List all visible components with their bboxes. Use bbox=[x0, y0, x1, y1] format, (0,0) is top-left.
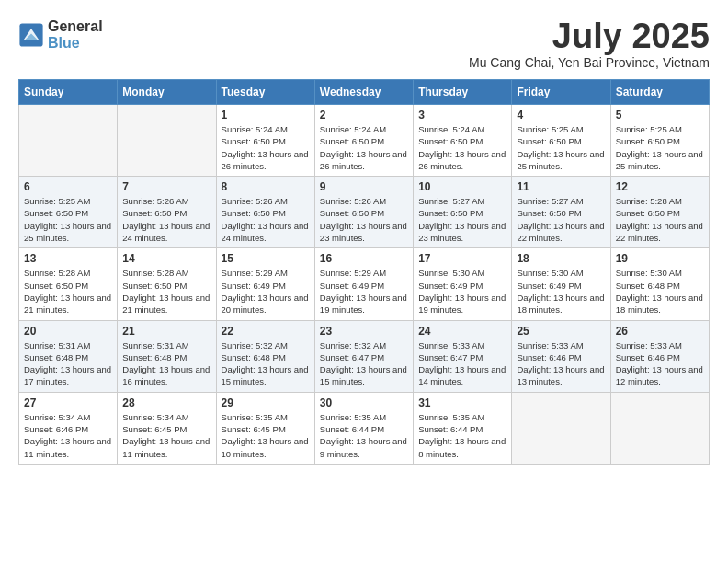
day-number: 26 bbox=[616, 325, 704, 338]
calendar-day-cell: 18Sunrise: 5:30 AMSunset: 6:49 PMDayligh… bbox=[512, 248, 610, 320]
calendar-day-cell: 28Sunrise: 5:34 AMSunset: 6:45 PMDayligh… bbox=[118, 392, 216, 464]
calendar-header-row: SundayMondayTuesdayWednesdayThursdayFrid… bbox=[19, 80, 710, 105]
day-info: Sunrise: 5:26 AMSunset: 6:50 PMDaylight:… bbox=[320, 195, 408, 244]
day-number: 18 bbox=[517, 252, 605, 265]
day-info: Sunrise: 5:25 AMSunset: 6:50 PMDaylight:… bbox=[616, 123, 704, 172]
logo: General Blue bbox=[18, 18, 103, 51]
calendar-day-cell: 19Sunrise: 5:30 AMSunset: 6:48 PMDayligh… bbox=[610, 248, 709, 320]
calendar-week-row: 1Sunrise: 5:24 AMSunset: 6:50 PMDaylight… bbox=[19, 105, 710, 177]
day-number: 6 bbox=[24, 180, 112, 193]
day-header-friday: Friday bbox=[512, 80, 610, 105]
day-number: 12 bbox=[616, 180, 704, 193]
location-subtitle: Mu Cang Chai, Yen Bai Province, Vietnam bbox=[469, 55, 710, 70]
day-number: 4 bbox=[517, 109, 605, 121]
day-info: Sunrise: 5:33 AMSunset: 6:46 PMDaylight:… bbox=[517, 339, 605, 388]
day-info: Sunrise: 5:34 AMSunset: 6:46 PMDaylight:… bbox=[24, 411, 112, 460]
calendar-day-cell: 11Sunrise: 5:27 AMSunset: 6:50 PMDayligh… bbox=[512, 177, 610, 248]
day-header-thursday: Thursday bbox=[414, 80, 512, 105]
day-info: Sunrise: 5:24 AMSunset: 6:50 PMDaylight:… bbox=[222, 123, 310, 172]
calendar-day-cell: 3Sunrise: 5:24 AMSunset: 6:50 PMDaylight… bbox=[414, 105, 512, 177]
calendar-week-row: 27Sunrise: 5:34 AMSunset: 6:46 PMDayligh… bbox=[19, 392, 710, 464]
day-number: 17 bbox=[418, 252, 506, 265]
calendar-day-cell: 5Sunrise: 5:25 AMSunset: 6:50 PMDaylight… bbox=[610, 105, 709, 177]
calendar-week-row: 6Sunrise: 5:25 AMSunset: 6:50 PMDaylight… bbox=[19, 177, 710, 248]
logo-icon bbox=[18, 22, 44, 48]
day-header-wednesday: Wednesday bbox=[314, 80, 413, 105]
day-info: Sunrise: 5:35 AMSunset: 6:44 PMDaylight:… bbox=[320, 411, 408, 460]
day-info: Sunrise: 5:25 AMSunset: 6:50 PMDaylight:… bbox=[24, 195, 112, 244]
day-number: 24 bbox=[418, 325, 506, 338]
day-number: 28 bbox=[122, 396, 210, 409]
day-number: 30 bbox=[320, 396, 408, 409]
day-number: 25 bbox=[517, 325, 605, 338]
day-info: Sunrise: 5:28 AMSunset: 6:50 PMDaylight:… bbox=[122, 267, 210, 316]
day-header-sunday: Sunday bbox=[19, 80, 118, 105]
logo-text: General Blue bbox=[48, 18, 103, 51]
day-number: 15 bbox=[222, 252, 310, 265]
calendar-day-cell: 21Sunrise: 5:31 AMSunset: 6:48 PMDayligh… bbox=[118, 320, 216, 392]
calendar-day-cell: 15Sunrise: 5:29 AMSunset: 6:49 PMDayligh… bbox=[216, 248, 314, 320]
day-info: Sunrise: 5:35 AMSunset: 6:44 PMDaylight:… bbox=[418, 411, 506, 460]
day-header-monday: Monday bbox=[118, 80, 216, 105]
calendar-day-cell: 12Sunrise: 5:28 AMSunset: 6:50 PMDayligh… bbox=[610, 177, 709, 248]
calendar-day-cell bbox=[19, 105, 118, 177]
calendar-day-cell: 29Sunrise: 5:35 AMSunset: 6:45 PMDayligh… bbox=[216, 392, 314, 464]
calendar-day-cell: 17Sunrise: 5:30 AMSunset: 6:49 PMDayligh… bbox=[414, 248, 512, 320]
day-number: 31 bbox=[418, 396, 506, 409]
day-info: Sunrise: 5:33 AMSunset: 6:46 PMDaylight:… bbox=[616, 339, 704, 388]
day-info: Sunrise: 5:29 AMSunset: 6:49 PMDaylight:… bbox=[320, 267, 408, 316]
day-number: 13 bbox=[24, 252, 112, 265]
day-number: 29 bbox=[222, 396, 310, 409]
calendar-day-cell: 4Sunrise: 5:25 AMSunset: 6:50 PMDaylight… bbox=[512, 105, 610, 177]
calendar-day-cell: 26Sunrise: 5:33 AMSunset: 6:46 PMDayligh… bbox=[610, 320, 709, 392]
calendar-day-cell: 6Sunrise: 5:25 AMSunset: 6:50 PMDaylight… bbox=[19, 177, 118, 248]
day-info: Sunrise: 5:26 AMSunset: 6:50 PMDaylight:… bbox=[122, 195, 210, 244]
day-number: 2 bbox=[320, 109, 408, 121]
day-number: 5 bbox=[616, 109, 704, 121]
day-number: 22 bbox=[222, 325, 310, 338]
day-info: Sunrise: 5:25 AMSunset: 6:50 PMDaylight:… bbox=[517, 123, 605, 172]
calendar-day-cell: 7Sunrise: 5:26 AMSunset: 6:50 PMDaylight… bbox=[118, 177, 216, 248]
day-number: 9 bbox=[320, 180, 408, 193]
calendar-day-cell: 13Sunrise: 5:28 AMSunset: 6:50 PMDayligh… bbox=[19, 248, 118, 320]
day-number: 7 bbox=[122, 180, 210, 193]
day-info: Sunrise: 5:31 AMSunset: 6:48 PMDaylight:… bbox=[122, 339, 210, 388]
day-info: Sunrise: 5:33 AMSunset: 6:47 PMDaylight:… bbox=[418, 339, 506, 388]
day-number: 21 bbox=[122, 325, 210, 338]
day-info: Sunrise: 5:30 AMSunset: 6:49 PMDaylight:… bbox=[517, 267, 605, 316]
day-info: Sunrise: 5:31 AMSunset: 6:48 PMDaylight:… bbox=[24, 339, 112, 388]
calendar-day-cell: 22Sunrise: 5:32 AMSunset: 6:48 PMDayligh… bbox=[216, 320, 314, 392]
calendar-day-cell: 31Sunrise: 5:35 AMSunset: 6:44 PMDayligh… bbox=[414, 392, 512, 464]
day-info: Sunrise: 5:35 AMSunset: 6:45 PMDaylight:… bbox=[222, 411, 310, 460]
day-number: 8 bbox=[222, 180, 310, 193]
day-number: 19 bbox=[616, 252, 704, 265]
calendar-day-cell: 9Sunrise: 5:26 AMSunset: 6:50 PMDaylight… bbox=[314, 177, 413, 248]
calendar-day-cell: 14Sunrise: 5:28 AMSunset: 6:50 PMDayligh… bbox=[118, 248, 216, 320]
day-number: 14 bbox=[122, 252, 210, 265]
calendar-day-cell: 2Sunrise: 5:24 AMSunset: 6:50 PMDaylight… bbox=[314, 105, 413, 177]
title-block: July 2025 Mu Cang Chai, Yen Bai Province… bbox=[469, 18, 710, 70]
calendar-day-cell: 10Sunrise: 5:27 AMSunset: 6:50 PMDayligh… bbox=[414, 177, 512, 248]
day-info: Sunrise: 5:24 AMSunset: 6:50 PMDaylight:… bbox=[320, 123, 408, 172]
calendar-day-cell: 25Sunrise: 5:33 AMSunset: 6:46 PMDayligh… bbox=[512, 320, 610, 392]
calendar-week-row: 20Sunrise: 5:31 AMSunset: 6:48 PMDayligh… bbox=[19, 320, 710, 392]
header: General Blue July 2025 Mu Cang Chai, Yen… bbox=[18, 18, 710, 70]
day-info: Sunrise: 5:26 AMSunset: 6:50 PMDaylight:… bbox=[222, 195, 310, 244]
day-info: Sunrise: 5:30 AMSunset: 6:49 PMDaylight:… bbox=[418, 267, 506, 316]
calendar-day-cell bbox=[512, 392, 610, 464]
day-info: Sunrise: 5:30 AMSunset: 6:48 PMDaylight:… bbox=[616, 267, 704, 316]
calendar-day-cell bbox=[118, 105, 216, 177]
day-header-saturday: Saturday bbox=[610, 80, 709, 105]
day-number: 20 bbox=[24, 325, 112, 338]
day-info: Sunrise: 5:29 AMSunset: 6:49 PMDaylight:… bbox=[222, 267, 310, 316]
calendar-week-row: 13Sunrise: 5:28 AMSunset: 6:50 PMDayligh… bbox=[19, 248, 710, 320]
day-info: Sunrise: 5:28 AMSunset: 6:50 PMDaylight:… bbox=[24, 267, 112, 316]
calendar-day-cell: 16Sunrise: 5:29 AMSunset: 6:49 PMDayligh… bbox=[314, 248, 413, 320]
calendar-day-cell: 8Sunrise: 5:26 AMSunset: 6:50 PMDaylight… bbox=[216, 177, 314, 248]
calendar-day-cell: 1Sunrise: 5:24 AMSunset: 6:50 PMDaylight… bbox=[216, 105, 314, 177]
day-number: 1 bbox=[222, 109, 310, 121]
calendar-day-cell: 20Sunrise: 5:31 AMSunset: 6:48 PMDayligh… bbox=[19, 320, 118, 392]
calendar-day-cell: 23Sunrise: 5:32 AMSunset: 6:47 PMDayligh… bbox=[314, 320, 413, 392]
day-number: 27 bbox=[24, 396, 112, 409]
day-info: Sunrise: 5:24 AMSunset: 6:50 PMDaylight:… bbox=[418, 123, 506, 172]
